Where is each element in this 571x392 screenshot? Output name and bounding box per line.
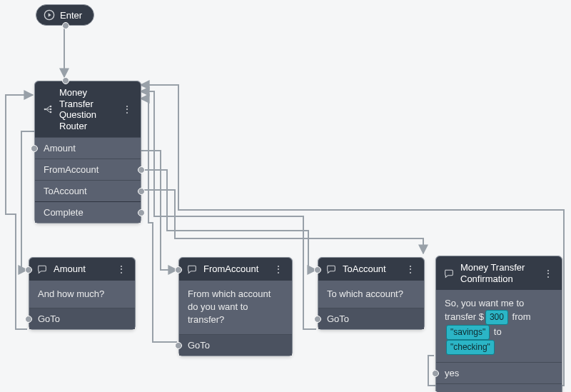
router-row-amount[interactable]: Amount [35, 137, 141, 159]
node-confirmation[interactable]: Money Transfer Confirmation ⋮ So, you wa… [435, 256, 562, 392]
amount-goto[interactable]: GoTo [29, 308, 135, 329]
chat-icon [186, 263, 198, 275]
router-row-label: ToAccount [44, 186, 87, 196]
chat-icon [36, 263, 48, 275]
amount-title: Amount [54, 263, 109, 275]
router-row-fromaccount[interactable]: FromAccount [35, 159, 141, 180]
from-goto[interactable]: GoTo [179, 334, 292, 356]
router-row-label: FromAccount [44, 164, 98, 175]
confirm-mid2: to [494, 326, 502, 337]
confirm-title: Money Transfer Confirmation [460, 262, 536, 284]
svg-point-2 [50, 106, 52, 108]
node-router-header[interactable]: Money Transfer Question Router ⋮ [35, 81, 141, 137]
goto-label: GoTo [188, 340, 210, 351]
router-icon [42, 104, 54, 115]
pill-to: "checking" [446, 340, 495, 355]
no-label: no [445, 389, 455, 392]
play-circle-icon [44, 9, 55, 21]
node-toaccount[interactable]: ToAccount ⋮ To which account? GoTo [318, 257, 425, 330]
enter-label: Enter [60, 10, 82, 21]
router-row-toaccount[interactable]: ToAccount [35, 180, 141, 201]
goto-label: GoTo [38, 313, 60, 324]
node-confirm-header[interactable]: Money Transfer Confirmation ⋮ [436, 256, 562, 290]
to-body: To which account? [318, 281, 424, 308]
pill-from: "savings" [446, 325, 490, 340]
from-body: From which account do you want to transf… [179, 281, 292, 334]
node-enter[interactable]: Enter [36, 4, 94, 26]
node-from-header[interactable]: FromAccount ⋮ [179, 258, 292, 281]
svg-point-1 [44, 109, 46, 111]
chat-icon [443, 268, 455, 279]
kebab-icon[interactable]: ⋮ [272, 264, 285, 274]
confirm-yes[interactable]: yes [436, 362, 562, 383]
router-row-label: Amount [44, 143, 76, 154]
node-amount-header[interactable]: Amount ⋮ [29, 258, 135, 281]
kebab-icon[interactable]: ⋮ [404, 264, 417, 274]
from-title: FromAccount [203, 263, 266, 275]
kebab-icon[interactable]: ⋮ [542, 268, 555, 278]
to-goto[interactable]: GoTo [318, 308, 424, 329]
router-title: Money Transfer Question Router [59, 87, 115, 131]
chat-icon [325, 263, 337, 275]
svg-point-3 [50, 109, 52, 111]
kebab-icon[interactable]: ⋮ [115, 264, 128, 274]
node-fromaccount[interactable]: FromAccount ⋮ From which account do you … [178, 257, 293, 356]
confirm-body: So, you want me to transfer $300 from "s… [436, 290, 562, 362]
router-row-complete[interactable]: Complete [35, 201, 141, 223]
pill-amount: 300 [485, 310, 508, 325]
confirm-no[interactable]: no [436, 383, 562, 392]
to-title: ToAccount [343, 263, 398, 275]
node-router[interactable]: Money Transfer Question Router ⋮ Amount … [34, 81, 141, 223]
kebab-icon[interactable]: ⋮ [121, 104, 133, 114]
svg-point-4 [50, 111, 52, 114]
amount-body: And how much? [29, 281, 135, 308]
node-amount[interactable]: Amount ⋮ And how much? GoTo [29, 257, 136, 330]
node-to-header[interactable]: ToAccount ⋮ [318, 258, 424, 281]
router-row-label: Complete [44, 207, 84, 218]
yes-label: yes [445, 368, 459, 378]
confirm-mid1: from [512, 311, 531, 322]
goto-label: GoTo [327, 313, 349, 324]
